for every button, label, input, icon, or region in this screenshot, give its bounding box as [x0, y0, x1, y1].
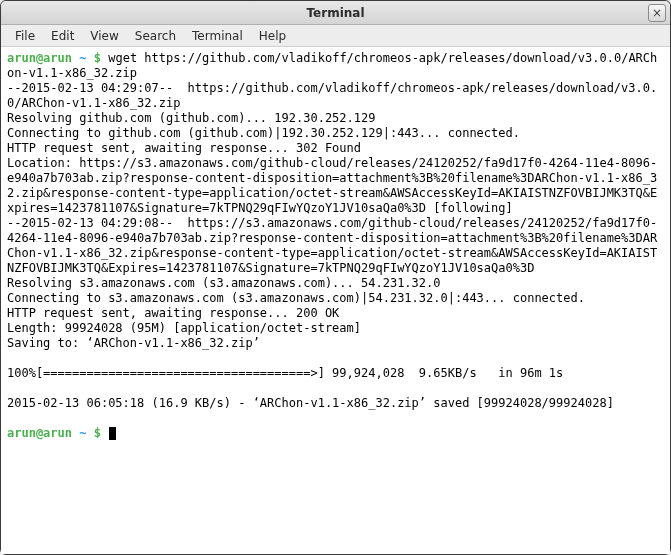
titlebar[interactable]: Terminal × — [1, 1, 670, 25]
output-line: Saving to: ‘ARChon-v1.1-x86_32.zip’ — [7, 336, 664, 351]
terminal-output[interactable]: arun@arun ~ $ wget https://github.com/vl… — [1, 47, 670, 554]
output-line: --2015-02-13 04:29:08-- https://s3.amazo… — [7, 216, 664, 276]
output-line: Resolving s3.amazonaws.com (s3.amazonaws… — [7, 276, 664, 291]
output-line — [7, 381, 664, 396]
menu-edit[interactable]: Edit — [43, 27, 82, 45]
output-line: Connecting to s3.amazonaws.com (s3.amazo… — [7, 291, 664, 306]
close-icon: × — [652, 6, 662, 20]
menu-file[interactable]: File — [7, 27, 43, 45]
output-line — [7, 411, 664, 426]
output-line: 2015-02-13 06:05:18 (16.9 KB/s) - ‘ARCho… — [7, 396, 664, 411]
cursor — [109, 427, 116, 440]
output-line: HTTP request sent, awaiting response... … — [7, 306, 664, 321]
terminal-window: Terminal × File Edit View Search Termina… — [0, 0, 671, 555]
output-line: Location: https://s3.amazonaws.com/githu… — [7, 156, 664, 216]
output-line — [7, 351, 664, 366]
output-line: HTTP request sent, awaiting response... … — [7, 141, 664, 156]
prompt-symbol: $ — [94, 51, 101, 65]
prompt-symbol: $ — [94, 426, 101, 440]
window-title: Terminal — [1, 6, 670, 20]
menu-terminal[interactable]: Terminal — [184, 27, 251, 45]
output-line: Length: 99924028 (95M) [application/octe… — [7, 321, 664, 336]
command-line: arun@arun ~ $ — [7, 426, 664, 441]
menu-help[interactable]: Help — [251, 27, 294, 45]
menubar: File Edit View Search Terminal Help — [1, 25, 670, 47]
prompt-cwd: ~ — [79, 51, 86, 65]
prompt-cwd: ~ — [79, 426, 86, 440]
command-line: arun@arun ~ $ wget https://github.com/vl… — [7, 51, 664, 81]
prompt-user-host: arun@arun — [7, 426, 72, 440]
menu-search[interactable]: Search — [127, 27, 184, 45]
menu-view[interactable]: View — [82, 27, 126, 45]
output-line: Resolving github.com (github.com)... 192… — [7, 111, 664, 126]
close-button[interactable]: × — [648, 4, 666, 22]
output-line: --2015-02-13 04:29:07-- https://github.c… — [7, 81, 664, 111]
prompt-user-host: arun@arun — [7, 51, 72, 65]
output-line: 100%[===================================… — [7, 366, 664, 381]
output-line: Connecting to github.com (github.com)|19… — [7, 126, 664, 141]
command-text: wget https://github.com/vladikoff/chrome… — [7, 51, 657, 80]
